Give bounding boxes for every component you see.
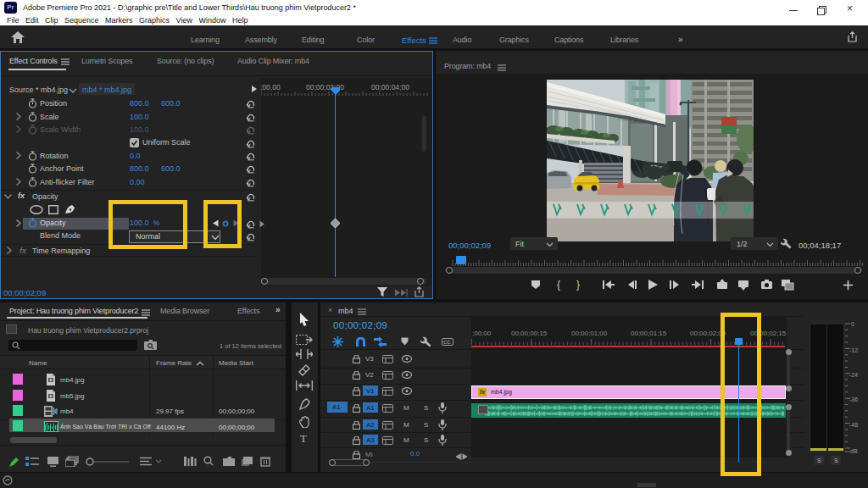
svg-text:T: T <box>300 433 307 444</box>
svg-text:{: { <box>557 279 560 291</box>
svg-text:}: } <box>576 279 580 291</box>
